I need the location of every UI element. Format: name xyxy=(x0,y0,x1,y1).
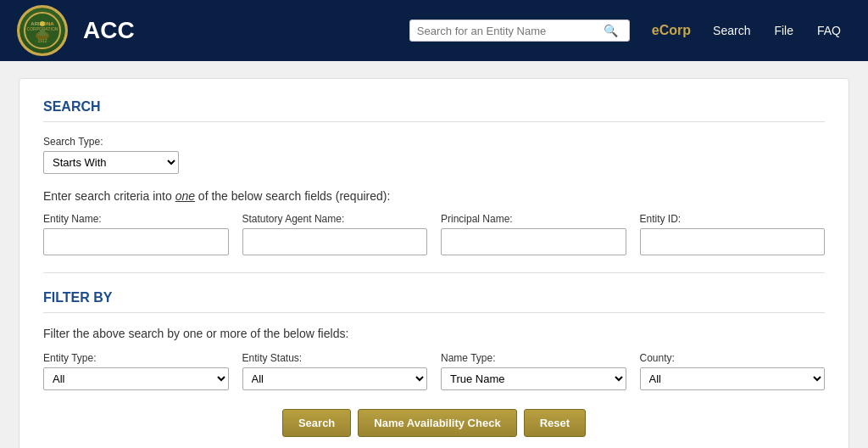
filter-description: Filter the above search by one or more o… xyxy=(43,327,825,340)
search-icon[interactable]: 🔍 xyxy=(604,24,618,37)
header: ARIZONA CORPORATION · 1912 · ACC 🔍 eCorp… xyxy=(0,0,868,61)
logo-seal: ARIZONA CORPORATION · 1912 · xyxy=(17,5,68,56)
county-group: County: All Maricopa Pima Pinal Yavapai … xyxy=(640,352,826,390)
button-row: Search Name Availability Check Reset xyxy=(43,409,825,437)
statutory-agent-group: Statutory Agent Name: xyxy=(242,213,428,255)
reset-button[interactable]: Reset xyxy=(524,409,586,437)
header-nav: eCorp Search File FAQ xyxy=(643,18,851,43)
search-card: SEARCH Search Type: Starts With Contains… xyxy=(19,78,849,448)
entity-type-label: Entity Type: xyxy=(43,352,229,364)
nav-ecorp[interactable]: eCorp xyxy=(643,18,699,43)
section-divider xyxy=(43,272,825,273)
name-type-select[interactable]: True Name DBA Trade Name xyxy=(441,367,626,390)
seal-svg: ARIZONA CORPORATION · 1912 · xyxy=(24,12,61,49)
entity-name-group: Entity Name: xyxy=(43,213,229,255)
entity-name-label: Entity Name: xyxy=(43,213,229,225)
statutory-agent-input[interactable] xyxy=(242,228,428,255)
principal-name-label: Principal Name: xyxy=(441,213,626,225)
entity-id-input[interactable] xyxy=(640,228,826,255)
logo-inner: ARIZONA CORPORATION · 1912 · xyxy=(19,8,65,53)
entity-name-input[interactable] xyxy=(43,228,229,255)
entity-id-label: Entity ID: xyxy=(640,213,826,225)
entity-type-group: Entity Type: All Corporation LLC Partner… xyxy=(43,352,229,390)
principal-name-input[interactable] xyxy=(441,228,626,255)
entity-id-group: Entity ID: xyxy=(640,213,826,255)
svg-point-6 xyxy=(40,21,45,26)
criteria-em: one xyxy=(175,189,195,203)
header-search-input[interactable] xyxy=(417,25,604,37)
name-type-group: Name Type: True Name DBA Trade Name xyxy=(441,352,626,390)
header-search-box[interactable]: 🔍 xyxy=(409,20,630,42)
nav-faq[interactable]: FAQ xyxy=(807,19,851,42)
entity-status-label: Entity Status: xyxy=(242,352,428,364)
nav-file[interactable]: File xyxy=(764,19,804,42)
filter-fields-row: Entity Type: All Corporation LLC Partner… xyxy=(43,352,825,390)
search-fields-row: Entity Name: Statutory Agent Name: Princ… xyxy=(43,213,825,255)
app-name: ACC xyxy=(83,17,135,44)
search-type-label: Search Type: xyxy=(43,136,213,148)
nav-search[interactable]: Search xyxy=(703,19,760,42)
county-label: County: xyxy=(640,352,826,364)
entity-type-select[interactable]: All Corporation LLC Partnership Non-Prof… xyxy=(43,367,229,390)
search-button[interactable]: Search xyxy=(282,409,351,437)
criteria-text: Enter search criteria into one of the be… xyxy=(43,189,825,203)
name-availability-button[interactable]: Name Availability Check xyxy=(358,409,516,437)
filter-section: FILTER BY Filter the above search by one… xyxy=(43,290,825,390)
main-content: SEARCH Search Type: Starts With Contains… xyxy=(0,61,868,448)
statutory-agent-label: Statutory Agent Name: xyxy=(242,213,428,225)
county-select[interactable]: All Maricopa Pima Pinal Yavapai Mohave xyxy=(640,367,826,390)
principal-name-group: Principal Name: xyxy=(441,213,626,255)
search-section-title: SEARCH xyxy=(43,99,825,122)
entity-status-select[interactable]: All Active Inactive Pending xyxy=(242,367,428,390)
name-type-label: Name Type: xyxy=(441,352,626,364)
search-type-group: Search Type: Starts With Contains Exact … xyxy=(43,136,213,174)
logo-area: ARIZONA CORPORATION · 1912 · ACC xyxy=(17,5,135,56)
entity-status-group: Entity Status: All Active Inactive Pendi… xyxy=(242,352,428,390)
filter-section-title: FILTER BY xyxy=(43,290,825,313)
search-type-select[interactable]: Starts With Contains Exact Match xyxy=(43,151,179,174)
